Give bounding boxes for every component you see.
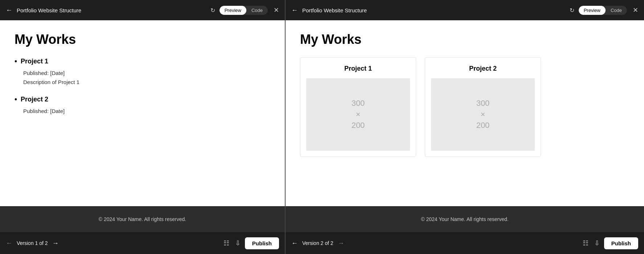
left-bottombar: ← Version 1 of 2 → ☷ ⇩ Publish [0, 232, 285, 254]
left-footer: © 2024 Your Name. All rights reserved. [0, 206, 285, 232]
left-back-icon[interactable]: ← [6, 7, 12, 14]
left-topbar-title: Portfolio Website Structure [17, 7, 206, 13]
right-version-label: Version 2 of 2 [302, 240, 333, 246]
right-footer: © 2024 Your Name. All rights reserved. [286, 206, 644, 232]
right-publish-button[interactable]: Publish [604, 237, 638, 249]
right-project-1-title: Project 1 [300, 58, 416, 78]
left-topbar: ← Portfolio Website Structure ↻ Preview … [0, 0, 285, 20]
right-project-grid: Project 1 300×200 Project 2 300×200 [300, 57, 629, 157]
left-prev-version-icon[interactable]: ← [6, 240, 12, 247]
left-close-icon[interactable]: ✕ [274, 6, 279, 14]
left-footer-text: © 2024 Your Name. All rights reserved. [99, 216, 186, 222]
list-item: Project 2 Published: [Date] [15, 95, 270, 114]
right-topbar: ← Portfolio Website Structure ↻ Preview … [286, 0, 644, 20]
right-back-icon[interactable]: ← [291, 7, 298, 14]
right-bottombar-icons: ☷ ⇩ [583, 239, 600, 247]
left-project-2-title: Project 2 [15, 95, 270, 104]
right-view-toggle: Preview Code [579, 6, 627, 15]
right-topbar-title: Portfolio Website Structure [302, 7, 565, 13]
left-content-area: My Works Project 1 Published: [Date] Des… [0, 20, 285, 206]
left-bottombar-icons: ☷ ⇩ [223, 239, 241, 247]
left-publish-button[interactable]: Publish [245, 237, 279, 249]
right-project-2-image-label: 300×200 [476, 98, 490, 131]
right-project-1-image: 300×200 [306, 78, 410, 151]
left-version-nav: ← Version 1 of 2 → [6, 240, 219, 247]
right-prev-version-icon[interactable]: ← [291, 240, 298, 247]
left-download-icon[interactable]: ⇩ [235, 239, 241, 247]
left-refresh-icon[interactable]: ↻ [210, 7, 215, 14]
right-content-scroll: My Works Project 1 300×200 Project 2 300… [286, 20, 644, 206]
right-project-card-1: Project 1 300×200 [300, 57, 416, 157]
left-project-1-desc: Description of Project 1 [23, 79, 270, 85]
left-page-title: My Works [15, 32, 270, 47]
left-next-version-icon[interactable]: → [52, 240, 59, 247]
right-code-button[interactable]: Code [606, 6, 627, 15]
right-footer-text: © 2024 Your Name. All rights reserved. [421, 216, 508, 222]
right-preview-button[interactable]: Preview [579, 6, 606, 15]
left-copy-icon[interactable]: ☷ [223, 239, 229, 247]
left-view-toggle: Preview Code [220, 6, 268, 15]
left-project-list: Project 1 Published: [Date] Description … [15, 57, 270, 114]
left-panel: ← Portfolio Website Structure ↻ Preview … [0, 0, 286, 254]
right-bottombar: ← Version 2 of 2 → ☷ ⇩ Publish [286, 232, 644, 254]
right-version-nav: ← Version 2 of 2 → [291, 240, 578, 247]
right-project-card-2: Project 2 300×200 [425, 57, 541, 157]
right-project-2-title: Project 2 [425, 58, 541, 78]
right-refresh-icon[interactable]: ↻ [570, 7, 574, 14]
left-project-2-published: Published: [Date] [23, 108, 270, 114]
right-close-icon[interactable]: ✕ [633, 6, 638, 14]
right-next-version-icon[interactable]: → [338, 240, 344, 247]
right-project-1-image-label: 300×200 [352, 98, 365, 131]
right-page-title: My Works [300, 32, 629, 47]
left-code-button[interactable]: Code [246, 6, 268, 15]
left-project-1-published: Published: [Date] [23, 70, 270, 76]
left-content-scroll: My Works Project 1 Published: [Date] Des… [0, 20, 285, 206]
right-copy-icon[interactable]: ☷ [583, 239, 588, 247]
right-project-2-image: 300×200 [431, 78, 535, 151]
right-download-icon[interactable]: ⇩ [594, 239, 600, 247]
left-project-1-title: Project 1 [15, 57, 270, 66]
left-preview-button[interactable]: Preview [220, 6, 246, 15]
list-item: Project 1 Published: [Date] Description … [15, 57, 270, 85]
left-version-label: Version 1 of 2 [17, 240, 48, 246]
right-panel: ← Portfolio Website Structure ↻ Preview … [286, 0, 644, 254]
right-content-area: My Works Project 1 300×200 Project 2 300… [286, 20, 644, 206]
